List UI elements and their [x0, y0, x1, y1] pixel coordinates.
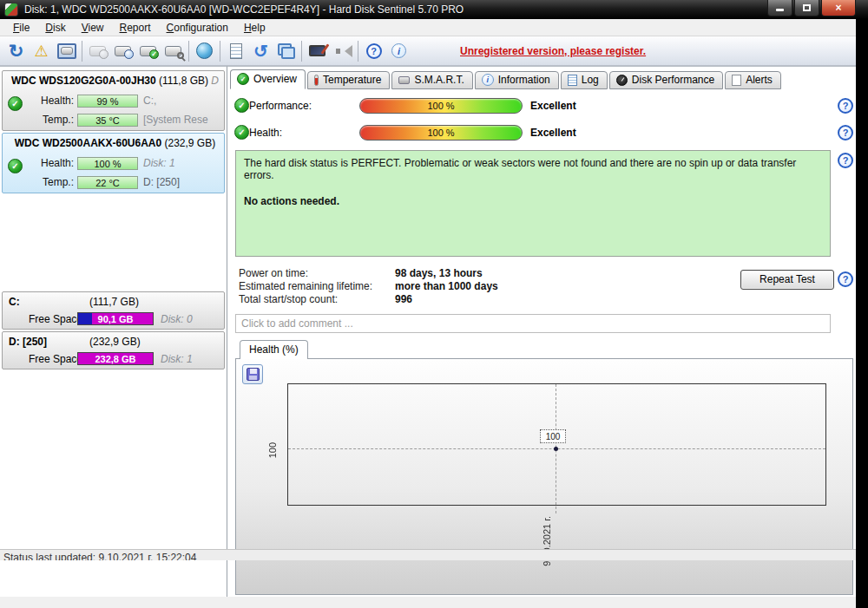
- tab-overview[interactable]: ✓Overview: [230, 69, 306, 89]
- performance-help-icon[interactable]: ?: [838, 98, 853, 114]
- disk-title: WDC WD2500AAKX-60U6AA0 (232,9 GB): [8, 137, 222, 149]
- repeat-test-button[interactable]: Repeat Test: [740, 270, 834, 290]
- temp-note: D: [250]: [143, 176, 222, 188]
- report-icon[interactable]: [223, 39, 248, 63]
- menu-report[interactable]: Report: [112, 20, 159, 36]
- disk-list-sidebar: WDC WDS120G2G0A-00JH30 (111,8 GB) D ✓ He…: [0, 66, 227, 597]
- health-bar: 100 %: [359, 125, 523, 141]
- poweron-value: 98 days, 13 hours: [395, 267, 483, 279]
- remote-network-icon[interactable]: [273, 39, 299, 63]
- comment-input[interactable]: [235, 314, 831, 333]
- y-axis-tick-label: 100: [267, 442, 278, 458]
- speaker-icon[interactable]: [330, 39, 355, 63]
- log-icon: [568, 75, 577, 86]
- info-icon[interactable]: i: [386, 39, 411, 63]
- toolbar-separator: [220, 41, 220, 62]
- menu-file[interactable]: File: [5, 20, 37, 36]
- toolbar: ↻ ⚠ ✓ ↺ ? i Unregistered version, please…: [0, 36, 856, 66]
- unregistered-link[interactable]: Unregistered version, please register.: [460, 45, 646, 57]
- disk-title: WDC WDS120G2G0A-00JH30 (111,8 GB) D: [8, 75, 222, 87]
- close-button[interactable]: ×: [821, 0, 856, 16]
- partition-item-d[interactable]: D: [250] (232,9 GB) Free Space 232,8 GB …: [2, 331, 225, 369]
- warning-icon[interactable]: ⚠: [29, 39, 54, 63]
- disk-search-icon[interactable]: [161, 39, 186, 63]
- partition-disk-note: Disk: 0: [161, 313, 193, 325]
- monitor-pen-icon[interactable]: [305, 39, 330, 63]
- status-help-icon[interactable]: ?: [838, 153, 853, 168]
- partition-size: (232,9 GB): [89, 336, 141, 348]
- health-help-icon[interactable]: ?: [838, 125, 853, 141]
- tab-log[interactable]: Log: [561, 71, 608, 89]
- temp-label: Temp.:: [23, 176, 74, 188]
- title-bar: Disk: 1, WDC WD2500AAKX-60U6AA0 [WD-WCC2…: [0, 0, 868, 19]
- globe-disk-icon[interactable]: [192, 39, 217, 63]
- tab-alerts[interactable]: Alerts: [725, 71, 781, 89]
- health-label: Health:: [249, 127, 282, 139]
- thermometer-icon: [314, 75, 319, 86]
- toolbar-separator: [82, 41, 82, 62]
- toolbar-separator: [188, 41, 189, 62]
- temp-value-bar: 35 °C: [77, 114, 138, 127]
- temp-note: [System Rese: [143, 114, 222, 126]
- maximize-button[interactable]: [794, 0, 819, 16]
- save-chart-button[interactable]: [242, 364, 263, 384]
- data-point: [554, 447, 558, 451]
- health-label: Health:: [23, 157, 74, 169]
- partition-name: C:: [9, 296, 20, 308]
- disk-check-icon[interactable]: ✓: [135, 39, 161, 63]
- health-note: C:,: [143, 95, 222, 107]
- close-icon: ×: [835, 2, 841, 14]
- performance-label: Performance:: [249, 100, 312, 112]
- tab-temperature[interactable]: Temperature: [307, 71, 390, 89]
- chart-tab-health[interactable]: Health (%): [240, 340, 308, 359]
- status-action: No actions needed.: [244, 195, 822, 207]
- free-space-label: Free Space: [29, 313, 82, 325]
- temp-value-bar: 22 °C: [77, 176, 138, 189]
- disk-clock-icon[interactable]: [110, 39, 135, 63]
- partition-name: D: [250]: [9, 336, 47, 348]
- health-label: Health:: [23, 95, 74, 107]
- gauge-icon: [616, 75, 628, 86]
- health-value-bar: 99 %: [77, 95, 138, 108]
- disk-item-1-selected[interactable]: WDC WD2500AAKX-60U6AA0 (232,9 GB) ✓ Heal…: [2, 133, 225, 193]
- overview-panel: ✓Overview Temperature S.M.A.R.T. iInform…: [227, 66, 856, 597]
- menu-help[interactable]: Help: [236, 20, 273, 36]
- status-last-updated: Status last updated: 9.10.2021 г. 15:22:…: [3, 552, 196, 560]
- performance-rating: Excellent: [530, 100, 576, 112]
- toolbar-separator: [358, 41, 358, 62]
- information-icon: i: [482, 74, 494, 86]
- window-title: Disk: 1, WDC WD2500AAKX-60U6AA0 [WD-WCC2…: [24, 3, 464, 16]
- maximize-icon: [803, 4, 811, 11]
- tab-smart[interactable]: S.M.A.R.T.: [391, 71, 472, 89]
- smart-icon: [398, 76, 410, 84]
- health-value-bar: 100 %: [77, 157, 138, 170]
- menu-bar: File Disk View Report Configuration Help: [0, 19, 856, 36]
- tab-disk-performance[interactable]: Disk Performance: [609, 71, 723, 89]
- menu-view[interactable]: View: [74, 20, 112, 36]
- tab-information[interactable]: iInformation: [475, 71, 559, 89]
- sync-icon[interactable]: ↺: [248, 39, 273, 63]
- menu-configuration[interactable]: Configuration: [159, 20, 236, 36]
- free-space-label: Free Space: [29, 353, 82, 365]
- free-space-bar: 232,8 GB: [77, 352, 154, 365]
- alerts-icon: [732, 75, 741, 86]
- lifetime-value: more than 1000 days: [395, 280, 498, 292]
- app-icon: [4, 3, 18, 16]
- minimize-button[interactable]: [767, 0, 792, 16]
- disabled-disk-icon: [85, 39, 110, 63]
- startstop-value: 996: [395, 293, 412, 305]
- help-icon[interactable]: ?: [361, 39, 386, 63]
- health-ok-icon: ✓: [234, 125, 249, 140]
- repeat-test-help-icon[interactable]: ?: [838, 271, 853, 287]
- disk-monitor-icon[interactable]: [54, 39, 79, 63]
- poweron-label: Power on time:: [239, 267, 308, 279]
- menu-disk[interactable]: Disk: [37, 20, 73, 36]
- disk-item-0[interactable]: WDC WDS120G2G0A-00JH30 (111,8 GB) D ✓ He…: [2, 70, 225, 131]
- lifetime-label: Estimated remaining lifetime:: [239, 280, 372, 292]
- performance-ok-icon: ✓: [234, 98, 249, 113]
- performance-bar: 100 %: [359, 98, 523, 114]
- status-bar: Status last updated: 9.10.2021 г. 15:22:…: [0, 549, 856, 560]
- partition-item-c[interactable]: C: (111,7 GB) Free Space 90,1 GB Disk: 0: [2, 291, 225, 330]
- partition-size: (111,7 GB): [89, 296, 139, 308]
- refresh-icon[interactable]: ↻: [3, 39, 29, 63]
